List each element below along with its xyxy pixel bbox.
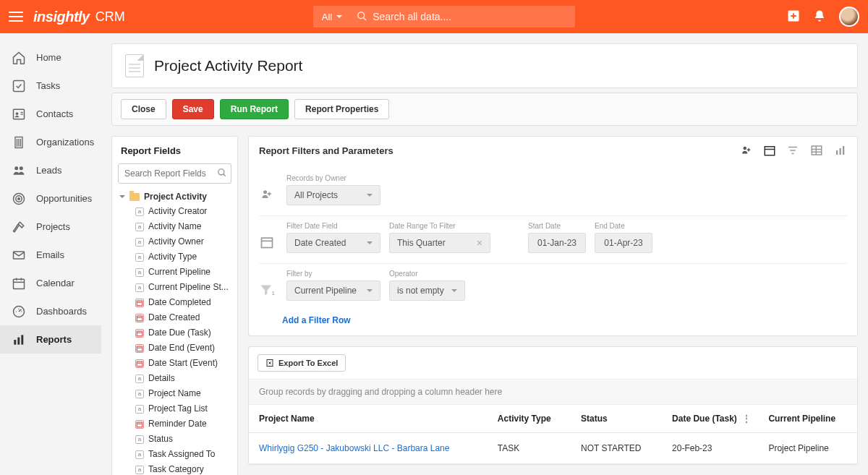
- owner-view-icon[interactable]: [740, 144, 753, 157]
- field-label: Current Pipeline St...: [148, 281, 229, 294]
- field-item[interactable]: aActivity Name: [118, 219, 234, 234]
- search-input[interactable]: [351, 6, 575, 27]
- menu-toggle[interactable]: [9, 12, 23, 22]
- column-header[interactable]: Date Due (Task)⋮: [662, 405, 758, 433]
- sidenav-item-projects[interactable]: Projects: [0, 213, 101, 241]
- sidenav: Home Tasks Contacts Organizations Leads …: [0, 33, 101, 475]
- export-excel-button[interactable]: Export To Excel: [258, 354, 346, 372]
- sidenav-label: Dashboards: [36, 306, 87, 317]
- column-header[interactable]: Status: [571, 405, 662, 433]
- field-item[interactable]: aCurrent Pipeline: [118, 265, 234, 280]
- notifications-button[interactable]: [813, 9, 826, 25]
- hammer-icon: [12, 220, 26, 234]
- results-table: Project NameActivity TypeStatusDate Due …: [249, 405, 857, 464]
- save-button[interactable]: Save: [172, 99, 214, 119]
- svg-rect-18: [14, 279, 25, 288]
- field-item[interactable]: Date Completed: [118, 295, 234, 310]
- leads-icon: [12, 163, 26, 178]
- panel-title: Report Fields: [112, 137, 237, 163]
- search-icon: [357, 11, 367, 22]
- field-item[interactable]: aActivity Owner: [118, 234, 234, 249]
- svg-rect-41: [765, 147, 775, 155]
- add-filter-row-link[interactable]: Add a Filter Row: [282, 315, 351, 325]
- product-name: CRM: [95, 9, 125, 25]
- table-row: Whirlygig G250 - Jakubowski LLC - Barbar…: [249, 433, 857, 464]
- sidenav-item-organizations[interactable]: Organizations: [0, 128, 101, 156]
- owner-select[interactable]: All Projects: [286, 185, 380, 205]
- field-item[interactable]: aActivity Creator: [118, 204, 234, 219]
- column-menu-icon[interactable]: ⋮: [742, 414, 751, 424]
- field-item[interactable]: aStatus: [118, 432, 234, 447]
- field-item[interactable]: Date Due (Task): [118, 325, 234, 341]
- select-value: Current Pipeline: [294, 286, 357, 296]
- svg-rect-24: [17, 337, 20, 344]
- calendar-view-icon[interactable]: [763, 144, 776, 157]
- start-date-input[interactable]: 01-Jan-23: [528, 233, 586, 253]
- search-scope-dropdown[interactable]: All: [313, 6, 351, 27]
- sidenav-label: Home: [36, 52, 61, 63]
- sidenav-item-emails[interactable]: Emails: [0, 241, 101, 269]
- text-type-icon: a: [135, 223, 144, 231]
- text-type-icon: a: [135, 390, 144, 398]
- page-title: Project Activity Report: [154, 57, 302, 74]
- fields-tree: Project Activity aActivity CreatoraActiv…: [112, 189, 237, 475]
- report-properties-button[interactable]: Report Properties: [294, 99, 389, 119]
- field-item[interactable]: aDetails: [118, 371, 234, 386]
- svg-rect-50: [836, 150, 838, 155]
- field-item[interactable]: Reminder Date: [118, 416, 234, 432]
- field-search-input[interactable]: [118, 163, 231, 184]
- field-item[interactable]: aProject Tag List: [118, 401, 234, 416]
- sidenav-item-leads[interactable]: Leads: [0, 156, 101, 184]
- field-item[interactable]: aActivity Type: [118, 249, 234, 265]
- field-item[interactable]: aProject Name: [118, 386, 234, 401]
- text-type-icon: a: [135, 466, 144, 474]
- sidenav-item-calendar[interactable]: Calendar: [0, 269, 101, 297]
- field-label: Reminder Date: [148, 418, 207, 430]
- filter-label: End Date: [595, 222, 652, 230]
- field-item[interactable]: aCurrent Pipeline St...: [118, 280, 234, 295]
- gauge-icon: [12, 304, 26, 319]
- field-item[interactable]: aTask Assigned To: [118, 447, 234, 462]
- date-type-icon: [135, 420, 144, 429]
- sidenav-label: Emails: [36, 249, 64, 260]
- field-label: Current Pipeline: [148, 266, 210, 278]
- run-report-button[interactable]: Run Report: [220, 99, 289, 119]
- field-item[interactable]: Date Created: [118, 310, 234, 325]
- project-link[interactable]: Whirlygig G250 - Jakubowski LLC - Barbar…: [259, 443, 449, 453]
- sidenav-item-dashboards[interactable]: Dashboards: [0, 297, 101, 325]
- filter-label: Records by Owner: [286, 174, 380, 182]
- sidenav-item-reports[interactable]: Reports: [0, 325, 101, 354]
- operator-select[interactable]: is not empty: [389, 281, 465, 301]
- view-mode-icons: [740, 144, 847, 157]
- sidenav-item-home[interactable]: Home: [0, 43, 101, 72]
- sidenav-label: Organizations: [36, 137, 94, 147]
- funnel-icon: 1: [259, 282, 275, 298]
- chart-view-icon[interactable]: [834, 144, 847, 157]
- avatar[interactable]: [839, 7, 859, 27]
- column-header[interactable]: Project Name: [249, 405, 488, 433]
- clear-icon[interactable]: ×: [477, 237, 482, 249]
- field-item[interactable]: Date Start (Event): [118, 356, 234, 371]
- column-header[interactable]: Activity Type: [488, 405, 571, 433]
- add-button[interactable]: [787, 9, 800, 25]
- field-label: Task Category: [148, 463, 204, 475]
- table-view-icon[interactable]: [809, 144, 824, 157]
- tree-root[interactable]: Project Activity: [118, 189, 234, 204]
- table-cell: NOT STARTED: [571, 433, 662, 464]
- date-field-select[interactable]: Date Created: [286, 233, 380, 253]
- sidenav-label: Tasks: [36, 80, 60, 91]
- sidenav-item-opportunities[interactable]: Opportunities: [0, 184, 101, 213]
- filter-view-icon[interactable]: [786, 144, 799, 157]
- close-button[interactable]: Close: [121, 99, 166, 119]
- end-date-input[interactable]: 01-Apr-23: [595, 233, 652, 253]
- date-range-select[interactable]: This Quarter×: [389, 233, 490, 253]
- chevron-down-icon: [367, 194, 373, 200]
- sidenav-item-tasks[interactable]: Tasks: [0, 72, 101, 100]
- filter-by-select[interactable]: Current Pipeline: [286, 281, 380, 301]
- column-header[interactable]: Current Pipeline: [758, 405, 857, 433]
- field-item[interactable]: aTask Category: [118, 462, 234, 475]
- field-item[interactable]: Date End (Event): [118, 341, 234, 356]
- sidenav-item-contacts[interactable]: Contacts: [0, 100, 101, 128]
- field-label: Activity Creator: [148, 205, 207, 218]
- group-drop-zone[interactable]: Group records by dragging and dropping a…: [249, 380, 857, 405]
